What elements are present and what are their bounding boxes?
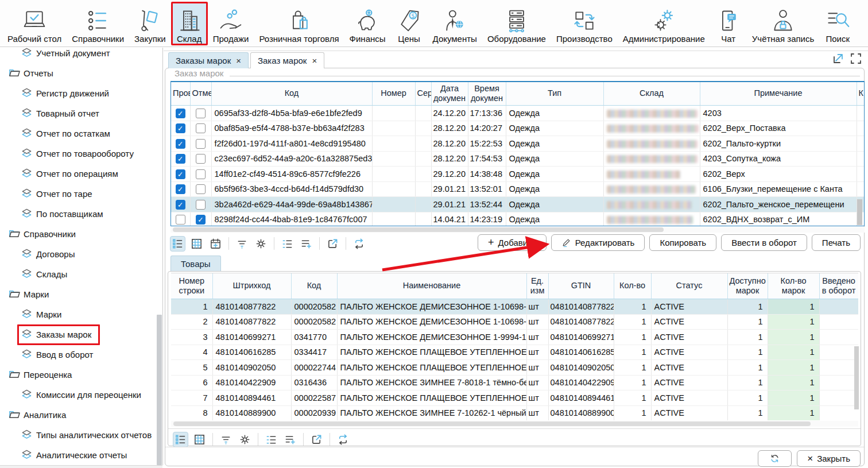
products-vertical-scrollbar-thumb[interactable]	[854, 346, 859, 409]
sidebar-item-20[interactable]: Аналитические отчеты	[0, 445, 162, 465]
fullscreen-icon[interactable]	[850, 52, 862, 67]
orders-column-header[interactable]: Код	[211, 82, 372, 106]
orders-horizontal-scrollbar[interactable]	[170, 227, 865, 233]
product-row[interactable]: 24810140877822000020582ПАЛЬТО ЖЕНСКОЕ ДЕ…	[171, 314, 858, 330]
cancelled-checkbox[interactable]	[196, 184, 206, 194]
product-row[interactable]: 74810140894461000022587ПАЛЬТО ЖЕНСКОЕ ПЛ…	[171, 390, 858, 406]
list-add-icon[interactable]	[299, 236, 314, 252]
sidebar-item-4[interactable]: Отчет по остаткам	[0, 123, 162, 144]
sidebar-item-10[interactable]: Договоры	[0, 244, 162, 264]
confirmed-checkbox[interactable]: ✓	[176, 169, 185, 179]
cancelled-checkbox[interactable]	[196, 123, 206, 133]
sidebar-horizontal-scrollbar[interactable]	[0, 465, 162, 468]
orders-column-header[interactable]: Номер	[372, 82, 415, 106]
cancelled-checkbox[interactable]	[196, 169, 206, 179]
order-row[interactable]: ✓3b2a462d-e629-44a4-99de-69a48b14386729.…	[171, 197, 865, 212]
toolbar-item-prices[interactable]: $Цены	[391, 2, 428, 45]
confirmed-checkbox[interactable]: ✓	[176, 139, 185, 149]
tab-close-icon[interactable]: ×	[236, 56, 241, 65]
products-column-header[interactable]: Код	[291, 273, 337, 299]
sidebar-item-0[interactable]: Учетный документ	[0, 48, 162, 63]
cancelled-checkbox[interactable]: ✓	[196, 215, 206, 225]
product-row[interactable]: 54810140902050000022744ПАЛЬТО ЖЕНСКОЕ ПЛ…	[171, 360, 858, 376]
products-column-header[interactable]: Ед. изм	[526, 273, 548, 299]
toolbar-item-retail[interactable]: Розничная торговля	[254, 2, 344, 45]
refresh-button[interactable]	[758, 450, 792, 467]
products-column-header[interactable]: Введено в оборот	[819, 273, 858, 299]
filter-icon[interactable]	[234, 236, 250, 252]
cancelled-checkbox[interactable]	[196, 200, 206, 210]
confirmed-checkbox[interactable]: ✓	[176, 184, 185, 194]
sidebar-item-18[interactable]: Аналитика	[0, 405, 162, 425]
sidebar-item-6[interactable]: Отчет по операциям	[0, 164, 162, 184]
product-row[interactable]: 14810140877822000020582ПАЛЬТО ЖЕНСКОЕ ДЕ…	[171, 299, 858, 315]
confirmed-checkbox[interactable]	[176, 215, 185, 225]
products-column-header[interactable]: Кол-во марок	[768, 273, 819, 299]
repeat-icon[interactable]	[335, 432, 351, 447]
numbered-list-icon[interactable]	[280, 236, 295, 252]
product-row[interactable]: 448101406162850334417ПАЛЬТО ЖЕНСКОЕ ПЛАЩ…	[171, 345, 858, 360]
cancelled-checkbox[interactable]	[196, 139, 206, 149]
view-grid-icon[interactable]	[192, 432, 207, 447]
gear-icon[interactable]	[237, 432, 253, 447]
order-row[interactable]: ✓6b5f96f3-3be3-4ccd-b64d-f14d579dfd3029.…	[171, 181, 865, 197]
external-link-icon[interactable]	[309, 432, 324, 447]
filter-icon[interactable]	[218, 432, 234, 447]
order-row[interactable]: ✓14ff01e2-cf49-4514-89c6-8577cf9fe22629.…	[171, 167, 865, 182]
sidebar-item-11[interactable]: Склады	[0, 264, 162, 284]
sidebar-item-3[interactable]: Товарный отчет	[0, 103, 162, 123]
sidebar-item-8[interactable]: По поставщикам	[0, 204, 162, 224]
sidebar-item-17[interactable]: Комиссии для переоценки	[0, 385, 162, 405]
products-column-header[interactable]: GTIN	[548, 273, 614, 299]
tab-0[interactable]: Заказы марок×	[168, 52, 249, 68]
diag-arrow-icon[interactable]	[832, 52, 844, 67]
toolbar-item-administration[interactable]: Администрирование	[618, 2, 710, 45]
sidebar-item-1[interactable]: Отчеты	[0, 63, 162, 83]
cancelled-checkbox[interactable]	[196, 154, 206, 164]
orders-vertical-scrollbar-thumb[interactable]	[857, 199, 862, 225]
product-row[interactable]: 348101406992710341770ПАЛЬТО ЖЕНСКОЕ ДЕМИ…	[171, 330, 858, 345]
toolbar-item-search[interactable]: Поиск	[819, 2, 856, 45]
product-row[interactable]: 84810140889900000020939ПАЛЬТО ЖЕНСКОЕ ЗИ…	[171, 405, 858, 420]
order-row[interactable]: ✓8298f24d-cc44-4bab-81e9-1c84767fc00714.…	[171, 212, 865, 226]
order-row[interactable]: ✓f2f26d01-197d-411f-a801-4e8cd919548028.…	[171, 136, 865, 152]
cancelled-checkbox[interactable]	[196, 109, 206, 118]
orders-column-header[interactable]: Тип	[506, 82, 603, 106]
confirmed-checkbox[interactable]: ✓	[176, 154, 185, 164]
sidebar-item-9[interactable]: Справочники	[0, 224, 162, 244]
sidebar-item-2[interactable]: Регистр движений	[0, 83, 162, 103]
confirmed-checkbox[interactable]: ✓	[176, 123, 185, 133]
action-button-3[interactable]: Ввести в оборот	[721, 234, 807, 251]
toolbar-item-finance[interactable]: Финансы	[344, 2, 391, 45]
orders-column-header[interactable]: К	[857, 82, 865, 106]
products-horizontal-scrollbar-thumb[interactable]	[173, 421, 811, 426]
tab-1[interactable]: Заказ марок×	[250, 52, 324, 68]
calendar-icon[interactable]	[208, 236, 223, 252]
sidebar-item-7[interactable]: Отчет по таре	[0, 184, 162, 204]
toolbar-item-desktop[interactable]: Рабочий стол	[2, 2, 67, 45]
toolbar-item-documents[interactable]: Документы	[428, 2, 482, 45]
toolbar-item-chat[interactable]: Чат	[710, 2, 747, 45]
orders-horizontal-scrollbar-thumb[interactable]	[173, 227, 664, 232]
action-button-4[interactable]: Печать	[812, 234, 861, 251]
orders-column-header[interactable]: Сер	[415, 82, 431, 106]
orders-column-header[interactable]: Отме	[190, 82, 211, 106]
toolbar-item-catalogs[interactable]: Справочники	[67, 2, 129, 45]
products-column-header[interactable]: Номер строки	[171, 273, 212, 299]
toolbar-item-account[interactable]: Учётная запись	[747, 2, 820, 45]
gear-icon[interactable]	[253, 236, 269, 252]
toolbar-item-equipment[interactable]: Оборудование	[482, 2, 551, 45]
toolbar-item-production[interactable]: Производство	[551, 2, 618, 45]
sidebar-item-13[interactable]: Марки	[0, 304, 162, 324]
repeat-icon[interactable]	[351, 236, 367, 252]
toolbar-item-sales[interactable]: Продажи	[208, 2, 254, 45]
orders-column-header[interactable]: Дата докумен	[431, 82, 468, 106]
sidebar-item-12[interactable]: Марки	[0, 284, 162, 304]
products-column-header[interactable]: Кол-во	[614, 273, 651, 299]
products-column-header[interactable]: Статус	[651, 273, 727, 299]
numbered-list-icon[interactable]	[264, 432, 279, 447]
orders-column-header[interactable]: Примечание	[700, 82, 857, 106]
external-link-icon[interactable]	[325, 236, 340, 252]
view-grid-icon[interactable]	[189, 236, 204, 252]
action-button-0[interactable]: +Добавить	[478, 234, 547, 251]
